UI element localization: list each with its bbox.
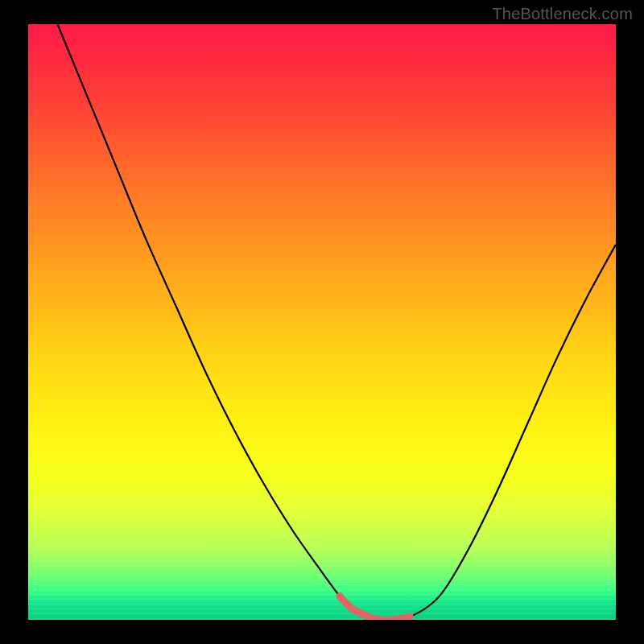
watermark-text: TheBottleneck.com <box>492 5 633 23</box>
chart-background-gradient <box>28 24 616 620</box>
chart-frame: TheBottleneck.com <box>0 0 644 644</box>
